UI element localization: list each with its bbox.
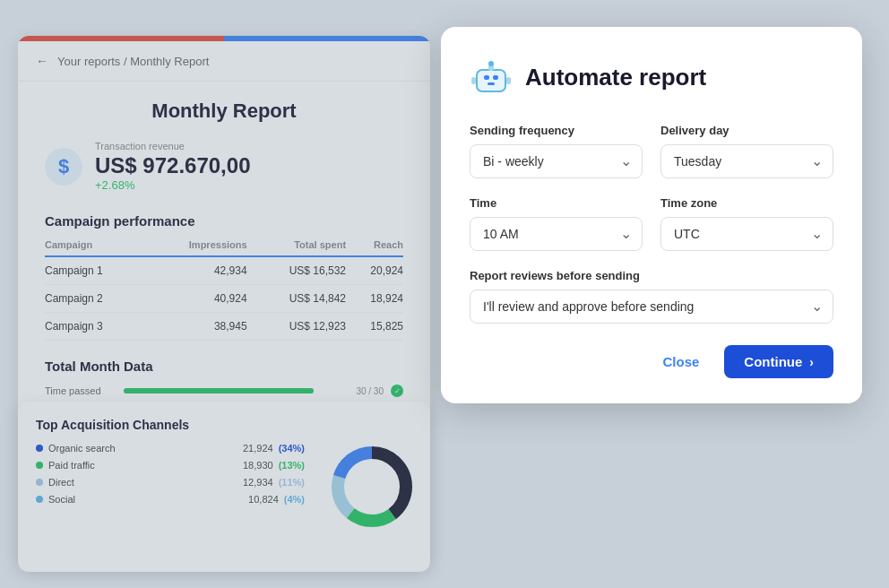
continue-label: Continue bbox=[744, 354, 802, 369]
delivery-day-select[interactable]: Tuesday Monday Wednesday Thursday Friday bbox=[660, 144, 833, 178]
svg-rect-12 bbox=[506, 77, 511, 84]
timezone-select[interactable]: UTC EST PST CET bbox=[660, 217, 833, 251]
svg-rect-8 bbox=[488, 82, 495, 85]
continue-button[interactable]: Continue › bbox=[724, 345, 833, 378]
form-row-2: Time 10 AM 8 AM 9 AM 11 AM 12 PM Time zo… bbox=[470, 196, 833, 251]
time-select[interactable]: 10 AM 8 AM 9 AM 11 AM 12 PM bbox=[470, 217, 643, 251]
timezone-group: Time zone UTC EST PST CET bbox=[660, 196, 833, 251]
modal-footer: Close Continue › bbox=[470, 345, 833, 378]
time-label: Time bbox=[470, 196, 643, 210]
sending-frequency-group: Sending frequency Bi - weekly Daily Week… bbox=[470, 124, 643, 178]
svg-rect-7 bbox=[493, 75, 498, 80]
delivery-day-group: Delivery day Tuesday Monday Wednesday Th… bbox=[660, 124, 833, 178]
delivery-day-wrapper[interactable]: Tuesday Monday Wednesday Thursday Friday bbox=[660, 144, 833, 178]
report-reviews-label: Report reviews before sending bbox=[470, 269, 833, 282]
continue-arrow-icon: › bbox=[809, 355, 814, 369]
svg-rect-5 bbox=[477, 70, 505, 91]
report-reviews-group: Report reviews before sending I'll revie… bbox=[470, 269, 833, 324]
form-row-1: Sending frequency Bi - weekly Daily Week… bbox=[470, 124, 833, 178]
svg-point-10 bbox=[488, 61, 494, 66]
sending-frequency-select[interactable]: Bi - weekly Daily Weekly Monthly bbox=[470, 144, 643, 178]
modal-title: Automate report bbox=[525, 64, 706, 91]
timezone-label: Time zone bbox=[660, 196, 833, 210]
sending-frequency-wrapper[interactable]: Bi - weekly Daily Weekly Monthly bbox=[470, 144, 643, 178]
svg-rect-11 bbox=[471, 77, 476, 84]
delivery-day-label: Delivery day bbox=[660, 124, 833, 137]
report-reviews-select[interactable]: I'll review and approve before sending S… bbox=[470, 290, 833, 324]
svg-rect-6 bbox=[484, 75, 489, 80]
time-wrapper[interactable]: 10 AM 8 AM 9 AM 11 AM 12 PM bbox=[470, 217, 643, 251]
close-button[interactable]: Close bbox=[648, 347, 713, 376]
modal-header: Automate report bbox=[470, 56, 833, 99]
robot-icon bbox=[470, 56, 513, 99]
timezone-wrapper[interactable]: UTC EST PST CET bbox=[660, 217, 833, 251]
report-reviews-wrapper[interactable]: I'll review and approve before sending S… bbox=[470, 290, 833, 324]
automate-report-modal: Automate report Sending frequency Bi - w… bbox=[441, 27, 862, 403]
time-group: Time 10 AM 8 AM 9 AM 11 AM 12 PM bbox=[470, 196, 643, 251]
sending-frequency-label: Sending frequency bbox=[470, 124, 643, 137]
